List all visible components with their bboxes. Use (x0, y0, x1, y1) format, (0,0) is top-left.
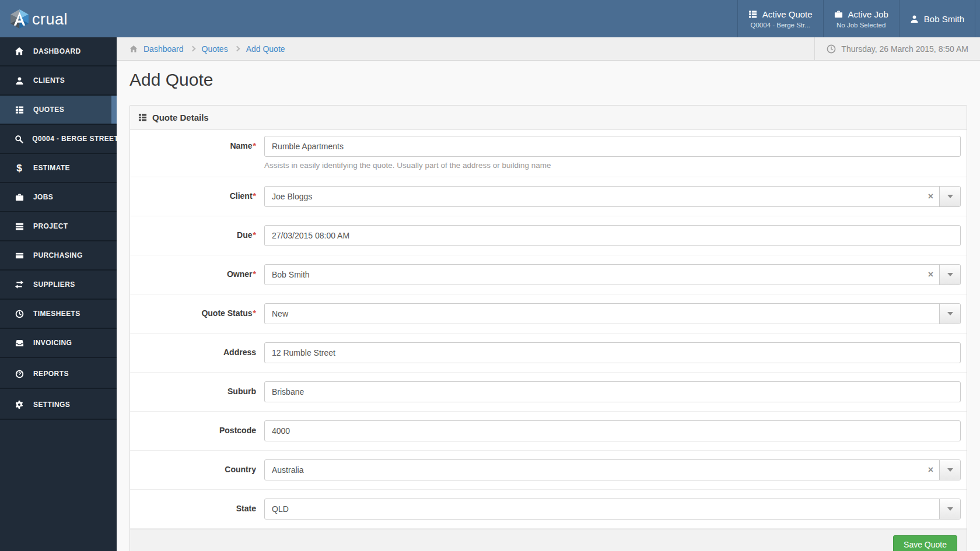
breadcrumb-dashboard[interactable]: Dashboard (144, 44, 184, 54)
active-quote-sub: Q0004 - Berge Str... (751, 22, 810, 29)
sidebar-item-label: JOBS (33, 193, 53, 201)
sidebar-item-suppliers[interactable]: SUPPLIERS (0, 271, 117, 300)
field-row-name: Name* Assists in easily identifying the … (130, 130, 967, 177)
brand-logo[interactable]: crual (0, 0, 68, 37)
chevron-down-icon[interactable] (939, 460, 960, 480)
sidebar-item-settings[interactable]: SETTINGS (0, 391, 117, 420)
clear-icon[interactable]: × (928, 465, 933, 475)
gear-icon (14, 400, 24, 409)
country-select[interactable]: Australia × (264, 459, 961, 480)
tasks-icon (14, 222, 24, 231)
country-label: Country (130, 459, 264, 480)
inbox-icon (14, 339, 24, 348)
gauge-icon (14, 370, 24, 378)
sidebar-item-label: REPORTS (33, 370, 69, 378)
sidebar-item-label: INVOICING (33, 339, 72, 347)
briefcase-icon (14, 193, 24, 202)
field-row-postcode: Postcode (130, 412, 967, 451)
credit-card-icon (14, 251, 24, 260)
sidebar-item-quotes[interactable]: QUOTES (0, 96, 117, 125)
sidebar-item-invoicing[interactable]: INVOICING (0, 329, 117, 358)
name-input[interactable] (264, 136, 961, 157)
address-input[interactable] (264, 342, 961, 363)
sidebar-item-estimate[interactable]: $ ESTIMATE (0, 154, 117, 183)
datetime-display: Thursday, 26 March 2015, 8:50 AM (814, 37, 980, 60)
search-icon (14, 135, 23, 143)
sidebar-item-jobs[interactable]: JOBS (0, 183, 117, 212)
field-row-address: Address (130, 334, 967, 373)
field-row-suburb: Suburb (130, 373, 967, 412)
clear-icon[interactable]: × (928, 192, 933, 201)
suburb-input[interactable] (264, 381, 961, 402)
chevron-down-icon[interactable] (939, 187, 960, 206)
sidebar-item-clients[interactable]: CLIENTS (0, 66, 117, 96)
owner-select[interactable]: Bob Smith × (264, 264, 961, 285)
active-quote-label: Active Quote (762, 9, 813, 19)
breadcrumb: Dashboard Quotes Add Quote (117, 37, 285, 60)
top-navbar: crual Active Quote Q0004 - Berge Str... … (0, 0, 980, 37)
exchange-icon (14, 280, 24, 289)
name-help-text: Assists in easily identifying the quote.… (264, 161, 961, 170)
due-label: Due* (130, 225, 264, 246)
name-label: Name* (130, 136, 264, 170)
list-icon (14, 106, 24, 114)
home-icon[interactable] (130, 45, 138, 53)
state-label: State (130, 499, 264, 520)
client-selected-value: Joe Bloggs (265, 192, 312, 201)
sidebar-item-label: QUOTES (33, 106, 64, 114)
suburb-label: Suburb (130, 381, 264, 402)
chevron-right-icon (234, 46, 240, 52)
required-asterisk: * (253, 308, 256, 318)
sidebar-item-project[interactable]: PROJECT (0, 212, 117, 241)
address-label: Address (130, 342, 264, 363)
briefcase-icon (834, 10, 843, 19)
sidebar-item-label: SETTINGS (33, 401, 70, 409)
sidebar-item-reports[interactable]: REPORTS (0, 360, 117, 389)
required-asterisk: * (253, 230, 256, 240)
active-job-sub: No Job Selected (836, 22, 886, 29)
clear-icon[interactable]: × (928, 270, 933, 279)
quote-status-select[interactable]: New (264, 303, 961, 324)
client-label: Client* (130, 186, 264, 207)
state-select[interactable]: QLD (264, 499, 961, 520)
due-input[interactable] (264, 225, 961, 246)
sidebar-item-label: DASHBOARD (33, 47, 81, 55)
sidebar-item-active-quote[interactable]: Q0004 - BERGE STREET C (0, 125, 117, 154)
user-name: Bob Smith (924, 14, 964, 24)
sidebar-item-dashboard[interactable]: DASHBOARD (0, 37, 117, 66)
sidebar-item-purchasing[interactable]: PURCHASING (0, 241, 117, 271)
sidebar-item-label: TIMESHEETS (33, 310, 80, 318)
user-icon (14, 76, 24, 85)
chevron-down-icon[interactable] (939, 265, 960, 285)
active-job-label: Active Job (848, 9, 888, 19)
field-row-owner: Owner* Bob Smith × (130, 255, 967, 294)
field-row-country: Country Australia × (130, 451, 967, 490)
chevron-down-icon[interactable] (939, 304, 960, 324)
sidebar-item-label: PURCHASING (33, 251, 83, 259)
page-title: Add Quote (130, 70, 967, 90)
clock-icon (14, 310, 24, 318)
panel-footer: Save Quote (130, 529, 967, 551)
sidebar-item-timesheets[interactable]: TIMESHEETS (0, 300, 117, 329)
quote-status-selected-value: New (265, 309, 288, 318)
brand-text: crual (32, 12, 68, 27)
required-asterisk: * (253, 141, 256, 150)
postcode-input[interactable] (264, 420, 961, 441)
chevron-down-icon[interactable] (939, 499, 960, 519)
breadcrumb-bar: Dashboard Quotes Add Quote Thursday, 26 … (117, 37, 980, 61)
owner-label: Owner* (130, 264, 264, 285)
user-menu[interactable]: Bob Smith (899, 0, 975, 37)
save-quote-button[interactable]: Save Quote (893, 535, 957, 551)
active-quote-menu[interactable]: Active Quote Q0004 - Berge Str... (737, 0, 823, 37)
datetime-text: Thursday, 26 March 2015, 8:50 AM (841, 44, 968, 54)
dollar-icon: $ (14, 163, 24, 173)
quote-status-label: Quote Status* (130, 303, 264, 324)
breadcrumb-add-quote: Add Quote (246, 44, 285, 54)
client-select[interactable]: Joe Bloggs × (264, 186, 961, 207)
list-icon (138, 113, 147, 122)
clock-icon (827, 44, 836, 54)
acrual-logo-icon (9, 9, 30, 29)
active-job-menu[interactable]: Active Job No Job Selected (823, 0, 899, 37)
postcode-label: Postcode (130, 420, 264, 441)
breadcrumb-quotes[interactable]: Quotes (202, 44, 228, 54)
